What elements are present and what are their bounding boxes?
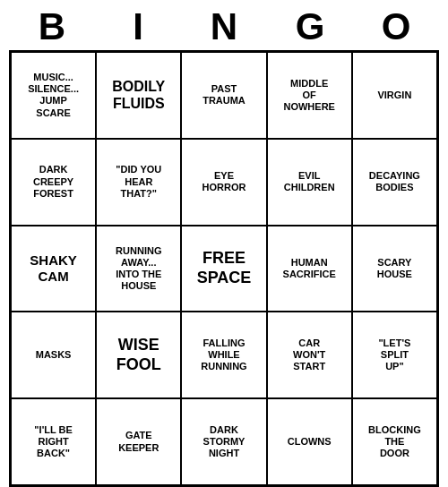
bingo-cell-20: "I'LL BERIGHTBACK" (11, 398, 96, 485)
bingo-cell-5: DARKCREEPYFOREST (11, 139, 96, 226)
bingo-cell-24: BLOCKINGTHEDOOR (352, 398, 437, 485)
bingo-cell-17: FALLINGWHILERUNNING (181, 312, 266, 398)
bingo-cell-3: MIDDLEOFNOWHERE (267, 52, 352, 139)
bingo-header: BINGO (9, 0, 439, 50)
bingo-cell-10: SHAKYCAM (11, 226, 96, 312)
bingo-letter-o: O (357, 5, 435, 48)
bingo-cell-18: CARWON'TSTART (267, 312, 352, 398)
bingo-cell-7: EYEHORROR (181, 139, 266, 226)
bingo-cell-8: EVILCHILDREN (267, 139, 352, 226)
bingo-cell-11: RUNNINGAWAY...INTO THEHOUSE (96, 226, 181, 312)
bingo-grid: MUSIC...SILENCE...JUMPSCAREBODILYFLUIDSP… (9, 50, 439, 487)
bingo-cell-2: PASTTRAUMA (181, 52, 266, 139)
bingo-letter-b: B (13, 5, 91, 48)
bingo-cell-21: GATEKEEPER (96, 398, 181, 485)
bingo-cell-12: FREESPACE (181, 226, 266, 312)
bingo-cell-23: CLOWNS (267, 398, 352, 485)
bingo-cell-6: "DID YOUHEARTHAT?" (96, 139, 181, 226)
bingo-cell-16: WISEFOOL (96, 312, 181, 398)
bingo-cell-13: HUMANSACRIFICE (267, 226, 352, 312)
bingo-letter-n: N (185, 5, 263, 48)
bingo-letter-g: G (271, 5, 349, 48)
bingo-cell-15: MASKS (11, 312, 96, 398)
bingo-letter-i: I (99, 5, 177, 48)
bingo-cell-19: "LET'SSPLITUP" (352, 312, 437, 398)
bingo-cell-22: DARKSTORMYNIGHT (181, 398, 266, 485)
bingo-cell-1: BODILYFLUIDS (96, 52, 181, 139)
bingo-cell-0: MUSIC...SILENCE...JUMPSCARE (11, 52, 96, 139)
bingo-cell-14: SCARYHOUSE (352, 226, 437, 312)
bingo-cell-9: DECAYINGBODIES (352, 139, 437, 226)
bingo-cell-4: VIRGIN (352, 52, 437, 139)
